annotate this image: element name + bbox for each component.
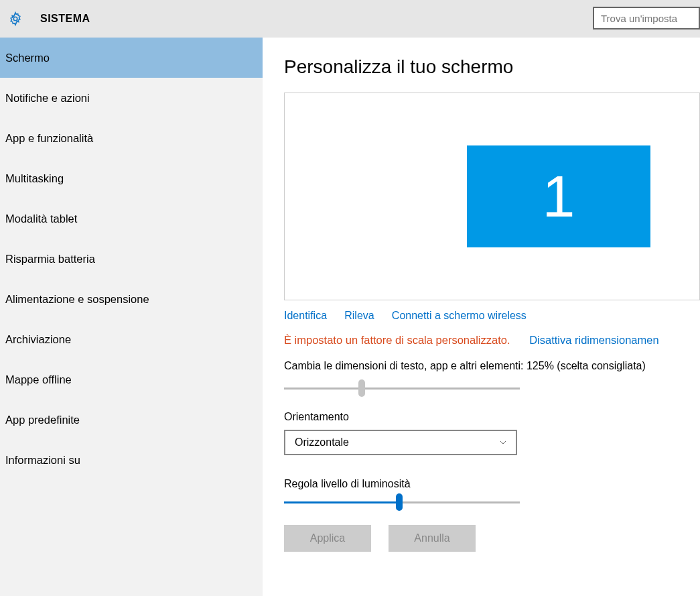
sidebar: SchermoNotifiche e azioniApp e funzional… xyxy=(0,38,263,596)
sidebar-item-7[interactable]: Archiviazione xyxy=(0,319,263,359)
sidebar-item-label: Notifiche e azioni xyxy=(5,92,90,105)
slider-thumb[interactable] xyxy=(396,493,403,511)
orientation-select[interactable]: Orizzontale xyxy=(284,430,517,455)
slider-thumb[interactable] xyxy=(358,379,365,397)
identify-link[interactable]: Identifica xyxy=(284,310,327,321)
scale-warning-row: È impostato un fattore di scala personal… xyxy=(284,334,700,347)
brightness-slider[interactable] xyxy=(284,497,520,509)
sidebar-item-label: App e funzionalità xyxy=(5,132,93,145)
connect-wireless-link[interactable]: Connetti a schermo wireless xyxy=(392,310,527,321)
orientation-label: Orientamento xyxy=(284,411,700,423)
svg-point-0 xyxy=(13,17,17,21)
cancel-button[interactable]: Annulla xyxy=(389,525,476,552)
monitor-tile-1[interactable]: 1 xyxy=(467,145,650,247)
sidebar-item-0[interactable]: Schermo xyxy=(0,38,263,78)
sidebar-item-4[interactable]: Modalità tablet xyxy=(0,198,263,239)
apply-button[interactable]: Applica xyxy=(284,525,371,552)
sidebar-item-9[interactable]: App predefinite xyxy=(0,400,263,440)
display-links: Identifica Rileva Connetti a schermo wir… xyxy=(284,310,700,322)
page-heading: Personalizza il tuo schermo xyxy=(284,56,700,78)
sidebar-item-label: Schermo xyxy=(5,52,50,64)
sidebar-item-3[interactable]: Multitasking xyxy=(0,158,263,198)
sidebar-item-label: Informazioni su xyxy=(5,454,80,467)
sidebar-item-label: Modalità tablet xyxy=(5,213,77,225)
sidebar-item-label: Alimentazione e sospensione xyxy=(5,293,149,306)
sidebar-item-label: Risparmia batteria xyxy=(5,253,95,265)
header: SISTEMA xyxy=(0,0,700,38)
sidebar-item-label: Mappe offline xyxy=(5,373,72,386)
sidebar-item-5[interactable]: Risparmia batteria xyxy=(0,239,263,279)
sidebar-item-1[interactable]: Notifiche e azioni xyxy=(0,78,263,118)
sidebar-item-8[interactable]: Mappe offline xyxy=(0,359,263,400)
header-title: SISTEMA xyxy=(40,13,90,25)
brightness-label: Regola livello di luminosità xyxy=(284,478,700,490)
sidebar-item-10[interactable]: Informazioni su xyxy=(0,440,263,480)
scale-label: Cambia le dimensioni di testo, app e alt… xyxy=(284,360,700,372)
sidebar-item-label: Multitasking xyxy=(5,172,64,185)
sidebar-item-label: Archiviazione xyxy=(5,333,71,346)
gear-icon xyxy=(8,11,23,26)
monitor-number: 1 xyxy=(543,162,575,231)
chevron-down-icon xyxy=(498,438,508,447)
scale-warning-text: È impostato un fattore di scala personal… xyxy=(284,334,510,346)
display-arrangement-box[interactable]: 1 xyxy=(284,93,700,300)
detect-link[interactable]: Rileva xyxy=(344,310,374,321)
sidebar-item-2[interactable]: App e funzionalità xyxy=(0,118,263,158)
sidebar-item-label: App predefinite xyxy=(5,414,80,426)
search-input[interactable] xyxy=(593,7,700,29)
sidebar-item-6[interactable]: Alimentazione e sospensione xyxy=(0,279,263,319)
orientation-value: Orizzontale xyxy=(295,436,349,449)
disable-scaling-link[interactable]: Disattiva ridimensionamen xyxy=(529,334,659,346)
content: Personalizza il tuo schermo 1 Identifica… xyxy=(263,38,700,596)
button-row: Applica Annulla xyxy=(284,525,700,552)
scale-slider[interactable] xyxy=(284,383,520,395)
